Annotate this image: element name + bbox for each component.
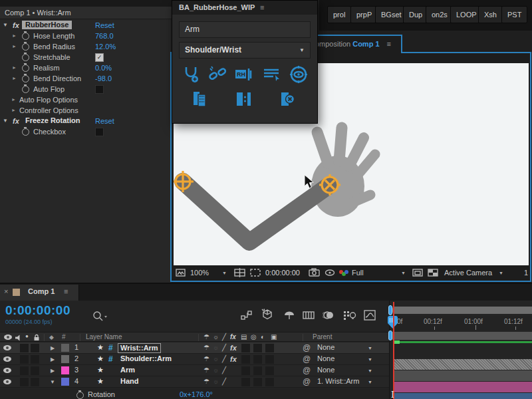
reset-link[interactable]: Reset	[95, 116, 114, 126]
script-button-xsh[interactable]: Xsh	[478, 6, 503, 23]
lock-cell[interactable]	[31, 366, 39, 375]
parent-dropdown-arrow[interactable]: ▼	[368, 380, 372, 384]
zoom-level[interactable]: 100%	[190, 265, 209, 281]
effect-row-freeze-rotation[interactable]: ▼ fx Freeze Rotation Reset	[0, 116, 172, 126]
expand-arrow-icon[interactable]: ►	[11, 105, 16, 116]
active-camera-value[interactable]: Active Camera	[444, 265, 492, 281]
expand-arrow-icon[interactable]: ►	[12, 73, 17, 84]
layer-label-swatch[interactable]	[61, 378, 69, 386]
eye-icon[interactable]	[3, 368, 11, 373]
timeline-tab-comp1[interactable]: × Comp 1 ≡	[0, 285, 79, 301]
frame-blend-cell[interactable]	[241, 355, 250, 364]
resolution-value[interactable]: Full	[352, 265, 364, 281]
collapse-layer-icon[interactable]: ▼	[50, 379, 55, 385]
stopwatch-icon[interactable]	[22, 43, 29, 51]
frame-blend-cell[interactable]	[241, 344, 250, 352]
collapse-switch[interactable]: ☼	[213, 355, 219, 362]
graph-editor-icon[interactable]	[364, 309, 376, 321]
comp-current-time[interactable]: 0:00:00:00	[265, 265, 300, 281]
shy-switch[interactable]: ☂	[203, 344, 209, 351]
motion-blur-cell[interactable]	[253, 378, 262, 386]
collapse-triangle-icon[interactable]: ▼	[3, 20, 8, 31]
collapse-switch[interactable]: ☼	[213, 378, 219, 385]
property-row-realism[interactable]: ► Realism 0.0%	[0, 63, 172, 73]
snapshot-camera-icon[interactable]	[309, 268, 320, 277]
threed-cell[interactable]	[265, 355, 274, 364]
property-row-checkbox[interactable]: Checkbox	[0, 126, 172, 137]
pickwhip-icon[interactable]: @	[303, 366, 311, 375]
motion-blur-cell[interactable]	[253, 366, 262, 375]
layer-row-3[interactable]: ▶ 3 ★ Arm ☂ ☼ ╱ @ None ▼	[0, 365, 389, 376]
property-value[interactable]: 0.0%	[95, 63, 112, 73]
navigator-start-handle[interactable]	[388, 305, 392, 315]
threed-cell[interactable]	[265, 378, 274, 386]
script-button-on2s[interactable]: on2s	[426, 6, 454, 23]
panel-menu-icon[interactable]: ≡	[387, 40, 391, 48]
threed-cell[interactable]	[265, 366, 274, 375]
script-button-pst[interactable]: PST	[501, 6, 527, 23]
layer-row-4[interactable]: ▼ 4 ★ Hand ☂ ☼ ╱ @ 1. Wrist::Arm ▼	[0, 376, 389, 388]
channels-icon[interactable]	[339, 265, 350, 281]
duplicate-hose-icon[interactable]	[190, 89, 210, 109]
eye-icon[interactable]	[3, 379, 11, 384]
collapse-triangle-icon[interactable]: ▼	[3, 116, 8, 126]
solo-cell[interactable]	[20, 366, 29, 375]
expand-arrow-icon[interactable]: ►	[12, 31, 17, 41]
frame-blend-cell[interactable]	[241, 366, 250, 375]
property-name[interactable]: Rotation	[88, 390, 115, 398]
property-value[interactable]: 0x+176.0°	[180, 390, 213, 398]
show-snapshot-eye-icon[interactable]	[325, 268, 335, 277]
motion-blur-cell[interactable]	[253, 355, 262, 364]
expand-arrow-icon[interactable]: ►	[11, 94, 16, 105]
pickwhip-icon[interactable]: @	[303, 343, 311, 352]
lock-cell[interactable]	[31, 344, 39, 352]
script-button-dup[interactable]: Dup	[403, 6, 428, 23]
pickwhip-icon[interactable]: @	[303, 354, 311, 364]
parent-column-header[interactable]: Parent	[313, 333, 332, 340]
hose-name-input[interactable]: Arm	[179, 21, 311, 38]
stopwatch-icon[interactable]	[76, 392, 84, 399]
layer-label-swatch[interactable]	[61, 344, 69, 352]
property-row-auto-flop[interactable]: Auto Flop	[0, 84, 172, 94]
expand-arrow-icon[interactable]: ►	[12, 41, 17, 52]
shy-switch[interactable]: ☂	[203, 366, 209, 374]
eye-icon[interactable]	[3, 345, 11, 350]
time-ruler[interactable]: 0f 00:12f 01:00f 01:12f	[390, 316, 532, 331]
close-tab-icon[interactable]: ×	[4, 287, 8, 295]
unlink-hose-icon[interactable]	[207, 65, 227, 84]
stopwatch-icon[interactable]	[22, 65, 29, 72]
fx-switch[interactable]: fx	[230, 355, 237, 363]
timeline-track-area[interactable]: 0f 00:12f 01:00f 01:12f	[389, 301, 532, 399]
layer-name[interactable]: Arm	[120, 366, 135, 374]
effect-name[interactable]: Freeze Rotation	[22, 116, 84, 125]
lock-cell[interactable]	[31, 378, 39, 386]
layer-name[interactable]: Shoulder::Arm	[120, 354, 172, 362]
stopwatch-icon[interactable]	[22, 33, 29, 40]
property-row-hose-length[interactable]: ► Hose Length 768.0	[0, 31, 172, 41]
property-value[interactable]: 12.0%	[95, 41, 116, 52]
layer-name-column-header[interactable]: Layer Name	[86, 333, 122, 340]
eye-icon[interactable]	[3, 356, 11, 362]
layer-bar-4[interactable]	[394, 393, 532, 399]
panel-menu-icon[interactable]: ≡	[260, 1, 264, 15]
parent-dropdown-arrow[interactable]: ▼	[368, 346, 372, 350]
reset-link[interactable]: Reset	[95, 20, 114, 31]
parent-dropdown[interactable]: None	[317, 366, 366, 374]
layer-name[interactable]: Hand	[120, 377, 139, 385]
solo-cell[interactable]	[20, 378, 29, 386]
work-area-bar[interactable]	[392, 332, 532, 340]
rubberhose-panel-title[interactable]: BA_RubberHose_WIP ≡	[172, 1, 317, 15]
shy-switch[interactable]: ☂	[203, 378, 209, 385]
expand-layer-icon[interactable]: ▶	[51, 368, 55, 374]
zoom-dropdown-icon[interactable]: ▼	[222, 265, 227, 281]
view-layout-value[interactable]: 1	[524, 265, 528, 281]
freeze-checkbox[interactable]	[95, 128, 104, 136]
time-navigator-bar[interactable]	[392, 307, 532, 314]
select-hose-layers-icon[interactable]	[262, 65, 282, 84]
quality-switch[interactable]: ╱	[222, 366, 226, 374]
property-value[interactable]: -98.0	[95, 73, 112, 84]
fx-switch[interactable]: fx	[230, 344, 237, 352]
parent-dropdown[interactable]: None	[317, 354, 366, 362]
layer-bar-3[interactable]	[394, 382, 532, 392]
lock-cell[interactable]	[31, 355, 39, 364]
